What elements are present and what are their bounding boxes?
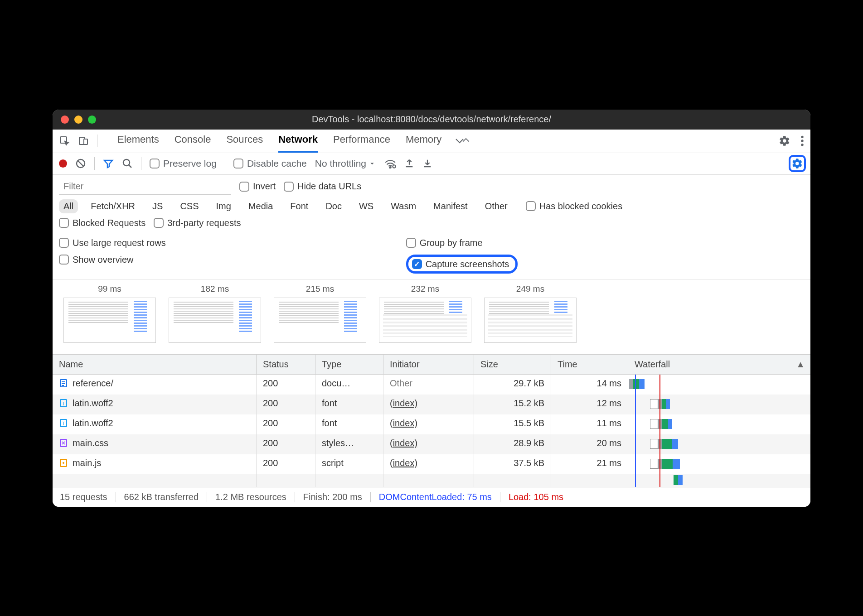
network-settings-button-highlighted[interactable] — [789, 155, 806, 172]
filter-icon[interactable] — [103, 158, 114, 169]
devtools-window: DevTools - localhost:8080/docs/devtools/… — [53, 110, 810, 507]
filmstrip-thumbnail — [63, 298, 156, 343]
initiator-link[interactable]: (index) — [390, 398, 417, 408]
cell-size: 29.7 kB — [474, 375, 551, 395]
svg-point-19 — [63, 462, 64, 464]
type-filter-other[interactable]: Other — [480, 199, 512, 213]
svg-rect-2 — [84, 139, 87, 144]
type-filter-fetch-xhr[interactable]: Fetch/XHR — [86, 199, 140, 213]
initiator-link[interactable]: (index) — [390, 458, 417, 468]
cell-waterfall — [628, 434, 810, 454]
file-type-icon: T — [59, 419, 68, 428]
table-row[interactable]: Tlatin.woff2200font(index)15.2 kB12 ms — [53, 395, 810, 414]
column-status[interactable]: Status — [257, 355, 315, 374]
filmstrip-frame[interactable]: 215 ms — [274, 284, 366, 343]
third-party-checkbox[interactable]: 3rd-party requests — [154, 218, 241, 228]
type-filter-wasm[interactable]: Wasm — [386, 199, 421, 213]
filmstrip-frame[interactable]: 99 ms — [63, 284, 156, 343]
network-toolbar: Preserve log Disable cache No throttling — [53, 153, 810, 175]
large-rows-checkbox[interactable]: Use large request rows — [59, 238, 166, 248]
column-size[interactable]: Size — [474, 355, 551, 374]
tab-sources[interactable]: Sources — [226, 129, 263, 153]
initiator-link[interactable]: (index) — [390, 438, 417, 448]
table-row[interactable]: reference/200docu…Other29.7 kB14 ms — [53, 375, 810, 395]
column-time[interactable]: Time — [551, 355, 628, 374]
inspect-icon[interactable] — [59, 135, 70, 146]
network-settings-options: Use large request rows Show overview Gro… — [53, 233, 810, 279]
filmstrip-thumbnail — [274, 298, 366, 343]
request-name: latin.woff2 — [73, 418, 113, 428]
hide-data-urls-checkbox[interactable]: Hide data URLs — [284, 181, 361, 192]
table-row[interactable]: main.css200styles…(index)28.9 kB20 ms — [53, 434, 810, 454]
table-header: NameStatusTypeInitiatorSizeTimeWaterfall… — [53, 354, 810, 375]
filmstrip-timestamp: 232 ms — [411, 284, 439, 294]
window-title: DevTools - localhost:8080/docs/devtools/… — [53, 114, 810, 125]
status-requests: 15 requests — [60, 492, 116, 502]
import-har-icon[interactable] — [404, 159, 414, 168]
status-resources: 1.2 MB resources — [207, 492, 295, 502]
tab-elements[interactable]: Elements — [117, 129, 159, 153]
show-overview-checkbox[interactable]: Show overview — [59, 255, 166, 265]
type-filter-media[interactable]: Media — [244, 199, 277, 213]
type-filter-css[interactable]: CSS — [175, 199, 203, 213]
type-filter-manifest[interactable]: Manifest — [429, 199, 472, 213]
blocked-requests-checkbox[interactable]: Blocked Requests — [59, 218, 145, 228]
type-filter-font[interactable]: Font — [286, 199, 313, 213]
filmstrip-frame[interactable]: 182 ms — [169, 284, 261, 343]
settings-icon[interactable] — [779, 135, 790, 147]
cell-size: 28.9 kB — [474, 434, 551, 454]
network-conditions-icon[interactable] — [384, 159, 396, 168]
search-icon[interactable] — [122, 158, 133, 169]
more-tabs-icon[interactable] — [454, 137, 470, 144]
preserve-log-checkbox[interactable]: Preserve log — [150, 158, 217, 169]
type-filter-ws[interactable]: WS — [354, 199, 378, 213]
kebab-menu-icon[interactable] — [800, 135, 804, 147]
filmstrip-frame[interactable]: 232 ms — [379, 284, 471, 343]
dcl-marker-line — [635, 375, 636, 487]
filter-input[interactable] — [59, 178, 231, 195]
filmstrip-frame[interactable]: 249 ms — [484, 284, 577, 343]
table-row[interactable]: Tlatin.woff2200font(index)15.5 kB11 ms — [53, 414, 810, 434]
cell-waterfall — [628, 375, 810, 395]
group-by-frame-checkbox[interactable]: Group by frame — [406, 238, 518, 248]
file-type-icon — [59, 438, 68, 448]
disable-cache-checkbox[interactable]: Disable cache — [233, 158, 307, 169]
request-name: main.js — [73, 458, 101, 468]
tab-memory[interactable]: Memory — [406, 129, 441, 153]
sort-indicator-icon: ▲ — [796, 359, 805, 370]
initiator-link[interactable]: (index) — [390, 418, 417, 428]
throttling-select[interactable]: No throttling — [315, 158, 376, 169]
type-filter-all[interactable]: All — [59, 199, 78, 213]
cell-size: 15.5 kB — [474, 414, 551, 434]
tab-network[interactable]: Network — [278, 129, 318, 153]
tab-console[interactable]: Console — [175, 129, 211, 153]
device-toggle-icon[interactable] — [78, 135, 89, 146]
invert-checkbox[interactable]: Invert — [239, 181, 276, 192]
filter-bar: Invert Hide data URLs AllFetch/XHRJSCSSI… — [53, 175, 810, 233]
tab-performance[interactable]: Performance — [333, 129, 390, 153]
cell-waterfall — [628, 454, 810, 474]
type-filter-doc[interactable]: Doc — [321, 199, 346, 213]
svg-rect-10 — [406, 166, 413, 168]
record-button[interactable] — [59, 159, 67, 168]
column-initiator[interactable]: Initiator — [383, 355, 474, 374]
column-waterfall[interactable]: Waterfall▲ — [628, 355, 810, 374]
maximize-window-button[interactable] — [88, 116, 96, 124]
capture-screenshots-checkbox[interactable]: Capture screenshots — [412, 259, 509, 270]
capture-screenshots-highlighted: Capture screenshots — [406, 255, 518, 274]
cell-waterfall — [628, 395, 810, 414]
request-name: latin.woff2 — [73, 398, 113, 409]
table-row[interactable]: main.js200script(index)37.5 kB21 ms — [53, 454, 810, 474]
clear-icon[interactable] — [75, 158, 86, 169]
cell-time: 20 ms — [551, 434, 628, 454]
export-har-icon[interactable] — [422, 159, 432, 168]
load-marker-line — [659, 375, 660, 487]
cell-time: 21 ms — [551, 454, 628, 474]
column-type[interactable]: Type — [315, 355, 383, 374]
close-window-button[interactable] — [61, 116, 69, 124]
column-name[interactable]: Name — [53, 355, 257, 374]
type-filter-img[interactable]: Img — [212, 199, 236, 213]
has-blocked-cookies-checkbox[interactable]: Has blocked cookies — [526, 201, 622, 212]
type-filter-js[interactable]: JS — [148, 199, 167, 213]
minimize-window-button[interactable] — [74, 116, 82, 124]
